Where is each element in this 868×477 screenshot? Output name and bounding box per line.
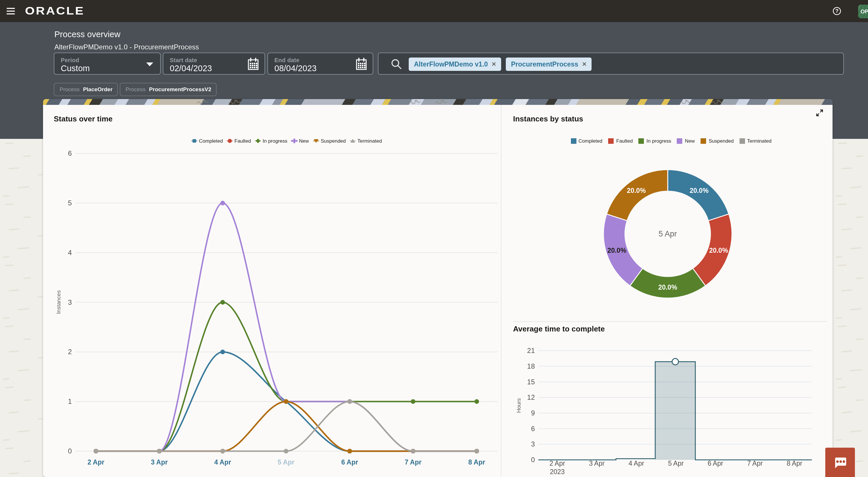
svg-text:21: 21 xyxy=(527,347,535,354)
svg-text:Terminated: Terminated xyxy=(358,138,382,144)
svg-text:Instances: Instances xyxy=(56,290,62,314)
svg-text:2 Apr: 2 Apr xyxy=(88,458,104,466)
svg-text:2: 2 xyxy=(68,348,72,355)
svg-text:8 Apr: 8 Apr xyxy=(786,459,802,467)
svg-text:6 Apr: 6 Apr xyxy=(341,458,358,466)
svg-text:15: 15 xyxy=(527,378,535,386)
svg-text:4 Apr: 4 Apr xyxy=(628,459,644,467)
svg-text:3 Apr: 3 Apr xyxy=(151,458,168,466)
svg-text:Completed: Completed xyxy=(579,138,602,144)
svg-text:Faulted: Faulted xyxy=(616,138,633,144)
svg-text:In progress: In progress xyxy=(263,138,287,144)
svg-text:4: 4 xyxy=(68,249,72,257)
svg-text:9: 9 xyxy=(531,409,535,417)
svg-text:12: 12 xyxy=(527,393,535,401)
svg-text:5: 5 xyxy=(68,199,72,207)
svg-text:6: 6 xyxy=(531,425,535,433)
svg-text:3: 3 xyxy=(531,440,535,448)
svg-text:20.0%: 20.0% xyxy=(627,187,646,194)
svg-text:Suspended: Suspended xyxy=(709,138,734,144)
svg-text:6: 6 xyxy=(68,149,72,157)
svg-text:2 Apr: 2 Apr xyxy=(549,459,565,467)
svg-text:Terminated: Terminated xyxy=(747,138,772,144)
svg-text:20.0%: 20.0% xyxy=(709,247,728,254)
svg-text:3 Apr: 3 Apr xyxy=(589,459,604,467)
svg-text:2023: 2023 xyxy=(550,468,564,476)
svg-text:Hours: Hours xyxy=(516,398,522,413)
svg-text:5 Apr: 5 Apr xyxy=(668,459,684,467)
svg-text:0: 0 xyxy=(531,456,535,464)
svg-text:8 Apr: 8 Apr xyxy=(468,458,485,466)
svg-text:Faulted: Faulted xyxy=(235,138,251,144)
svg-text:6 Apr: 6 Apr xyxy=(708,459,723,467)
svg-text:Instances by status: Instances by status xyxy=(513,114,583,123)
svg-text:5 Apr: 5 Apr xyxy=(658,230,677,238)
svg-text:18: 18 xyxy=(527,362,535,370)
svg-text:Completed: Completed xyxy=(199,138,223,144)
svg-text:7 Apr: 7 Apr xyxy=(405,458,422,466)
svg-text:4 Apr: 4 Apr xyxy=(214,458,231,466)
svg-text:20.0%: 20.0% xyxy=(658,283,677,291)
svg-text:5 Apr: 5 Apr xyxy=(278,458,294,466)
svg-text:20.0%: 20.0% xyxy=(607,247,626,254)
svg-text:7 Apr: 7 Apr xyxy=(747,459,763,467)
svg-text:New: New xyxy=(685,138,695,144)
svg-text:3: 3 xyxy=(68,298,72,306)
svg-text:In progress: In progress xyxy=(647,138,671,144)
svg-text:1: 1 xyxy=(68,398,72,405)
svg-text:New: New xyxy=(299,138,309,144)
svg-text:20.0%: 20.0% xyxy=(689,187,708,194)
svg-text:Suspended: Suspended xyxy=(321,138,346,144)
svg-text:Average time to complete: Average time to complete xyxy=(513,325,604,333)
svg-text:0: 0 xyxy=(68,447,72,455)
svg-text:Status over time: Status over time xyxy=(54,114,113,123)
